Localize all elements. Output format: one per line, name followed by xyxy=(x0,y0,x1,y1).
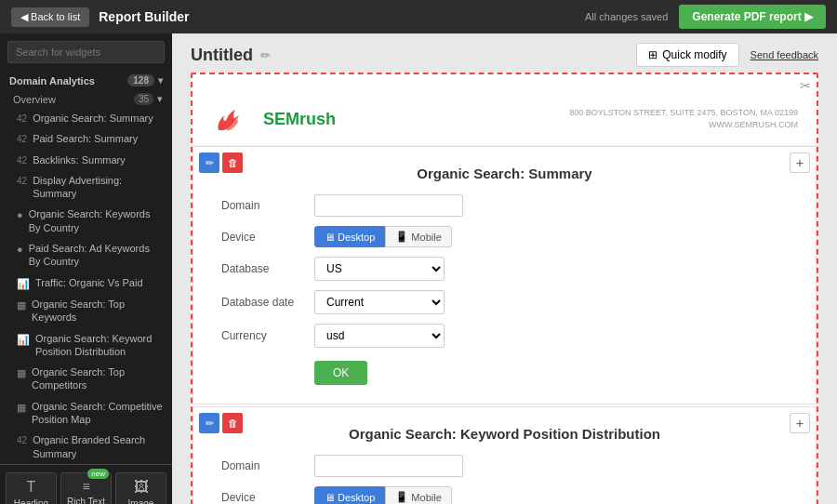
widget-2-content: Organic Search: Keyword Position Distrib… xyxy=(193,407,816,504)
widget-2-domain-label: Domain xyxy=(221,459,314,472)
widget-1-toolbar: ✏ 🗑 xyxy=(199,153,243,173)
widget-2-edit-button[interactable]: ✏ xyxy=(199,413,219,433)
app-title: Report Builder xyxy=(99,9,189,24)
mobile-icon-2: 📱 xyxy=(395,491,408,503)
sidebar-item-organic-top-keywords[interactable]: ▦ Organic Search: Top Keywords xyxy=(0,294,172,328)
edit-title-icon[interactable]: ✏ xyxy=(260,48,271,62)
topbar-left: ◀ Back to list Report Builder xyxy=(11,7,189,27)
widget-1-dbdate-select[interactable]: Current xyxy=(314,290,445,314)
rich-text-icon: ≡ xyxy=(82,479,89,494)
semrush-logo: SEMrush xyxy=(211,106,336,132)
quick-modify-button[interactable]: ⊞ Quick modify xyxy=(636,43,738,67)
widget-2-title: Organic Search: Keyword Position Distrib… xyxy=(221,426,788,442)
widget-1-delete-button[interactable]: 🗑 xyxy=(222,153,243,173)
quick-modify-icon: ⊞ xyxy=(648,48,658,61)
heading-icon: T xyxy=(27,479,36,496)
widget-2-device-label: Device xyxy=(221,491,314,504)
sidebar: Domain Analytics 128 ▾ Overview 35 ▾ 42 … xyxy=(0,33,172,504)
sidebar-item-branded-search-summary[interactable]: 42 Organic Branded Search Summary xyxy=(0,430,172,464)
widget-1-device-label: Device xyxy=(221,231,314,244)
widget-1-currency-row: Currency usd xyxy=(221,324,788,348)
widget-1-currency-label: Currency xyxy=(221,329,314,342)
widget-2-domain-row: Domain xyxy=(221,455,788,477)
widget-1-device-group: 🖥 Desktop 📱 Mobile xyxy=(314,226,452,247)
widget-1-mobile-btn[interactable]: 📱 Mobile xyxy=(385,226,451,247)
sidebar-item-top-competitors[interactable]: ▦ Organic Search: Top Competitors xyxy=(0,362,172,396)
sidebar-item-traffic-organic-vs-paid[interactable]: 📊 Traffic: Organic Vs Paid xyxy=(0,272,172,294)
search-widgets-input[interactable] xyxy=(7,41,165,63)
widget-1-database-row: Database US xyxy=(221,257,788,281)
widget-1-edit-button[interactable]: ✏ xyxy=(199,153,219,173)
scissors-icon: ✂ xyxy=(800,78,811,93)
widget-1-desktop-btn[interactable]: 🖥 Desktop xyxy=(314,226,385,247)
widget-1-database-label: Database xyxy=(221,262,314,275)
sidebar-item-keyword-position-dist[interactable]: 📊 Organic Search: Keyword Position Distr… xyxy=(0,328,172,363)
scissors-area: ✂ xyxy=(193,74,817,93)
widget-1-content: Organic Search: Summary Domain Device 🖥 … xyxy=(193,147,816,404)
send-feedback-link[interactable]: Send feedback xyxy=(751,49,818,60)
sidebar-widget-types: T Heading new ≡ Rich Text 🖼 Image ⊟ 2 Co… xyxy=(0,464,172,504)
widget-1-dbdate-row: Database date Current xyxy=(221,290,788,314)
company-info: 800 BOYLSTON STREET, SUITE 2475, BOSTON,… xyxy=(569,107,798,132)
desktop-icon-2: 🖥 xyxy=(325,492,335,503)
sidebar-item-organic-search-summary[interactable]: 42 Organic Search: Summary xyxy=(0,108,172,128)
widget-2-desktop-btn[interactable]: 🖥 Desktop xyxy=(314,486,385,504)
report-canvas: ✂ SEMrush 800 BOYLSTON STREET, SUITE 247… xyxy=(191,73,818,504)
widget-type-image[interactable]: 🖼 Image xyxy=(115,472,166,504)
semrush-flame-svg xyxy=(211,106,258,132)
widget-type-heading[interactable]: T Heading xyxy=(6,472,57,504)
widget-2-toolbar: ✏ 🗑 xyxy=(199,413,243,433)
widget-keyword-position-dist: ✏ 🗑 + Organic Search: Keyword Position D… xyxy=(193,406,817,504)
sidebar-item-paid-search-summary[interactable]: 42 Paid Search: Summary xyxy=(0,128,172,149)
sidebar-item-competitive-position-map[interactable]: ▦ Organic Search: Competitive Position M… xyxy=(0,396,172,431)
widget-2-delete-button[interactable]: 🗑 xyxy=(222,413,243,433)
sidebar-item-display-advertising[interactable]: 42 Display Advertising: Summary xyxy=(0,170,172,205)
report-title-left: Untitled ✏ xyxy=(191,46,271,65)
topbar: ◀ Back to list Report Builder All change… xyxy=(0,0,837,33)
widget-1-database-select[interactable]: US xyxy=(314,257,445,281)
widget-2-domain-input[interactable] xyxy=(314,455,463,477)
report-logo-area: SEMrush 800 BOYLSTON STREET, SUITE 2475,… xyxy=(193,93,817,146)
widget-1-domain-row: Domain xyxy=(221,194,788,217)
back-to-list-button[interactable]: ◀ Back to list xyxy=(11,7,89,27)
content-area: Untitled ✏ ⊞ Quick modify Send feedback … xyxy=(172,33,837,504)
sidebar-item-paid-search-ad-keywords[interactable]: ● Paid Search: Ad Keywords By Country xyxy=(0,238,172,272)
sidebar-section-domain-analytics[interactable]: Domain Analytics 128 ▾ xyxy=(0,71,172,90)
widget-1-domain-label: Domain xyxy=(221,199,314,212)
sidebar-item-backlinks-summary[interactable]: 42 Backlinks: Summary xyxy=(0,150,172,170)
widget-1-title: Organic Search: Summary xyxy=(221,166,788,181)
main-layout: Domain Analytics 128 ▾ Overview 35 ▾ 42 … xyxy=(0,33,837,504)
desktop-icon: 🖥 xyxy=(325,232,335,243)
image-icon: 🖼 xyxy=(134,479,149,496)
sidebar-subsection-overview[interactable]: Overview 35 ▾ xyxy=(0,90,172,108)
widget-1-currency-select[interactable]: usd xyxy=(314,324,445,348)
report-title: Untitled xyxy=(191,46,253,65)
mobile-icon: 📱 xyxy=(395,231,408,243)
widget-1-dbdate-label: Database date xyxy=(221,296,314,309)
widget-2-add-button[interactable]: + xyxy=(790,413,810,433)
widget-1-add-button[interactable]: + xyxy=(790,153,810,173)
widget-2-device-group: 🖥 Desktop 📱 Mobile xyxy=(314,486,452,504)
autosave-status: All changes saved xyxy=(585,11,668,22)
widget-1-device-row: Device 🖥 Desktop 📱 Mobile xyxy=(221,226,788,247)
widget-2-mobile-btn[interactable]: 📱 Mobile xyxy=(385,486,451,504)
widget-1-domain-input[interactable] xyxy=(314,194,463,217)
widget-type-rich-text[interactable]: new ≡ Rich Text xyxy=(60,472,112,504)
topbar-right: All changes saved Generate PDF report ▶ xyxy=(585,5,826,29)
widget-1-ok-button[interactable]: OK xyxy=(314,361,367,385)
widget-organic-search-summary: ✏ 🗑 + Organic Search: Summary Domain Dev… xyxy=(193,146,817,405)
generate-pdf-button[interactable]: Generate PDF report ▶ xyxy=(679,5,826,29)
brand-name: SEMrush xyxy=(263,110,336,129)
report-titlebar: Untitled ✏ ⊞ Quick modify Send feedback xyxy=(172,33,837,73)
sidebar-item-organic-keywords-by-country[interactable]: ● Organic Search: Keywords By Country xyxy=(0,204,172,238)
widget-2-device-row: Device 🖥 Desktop 📱 Mobile xyxy=(221,486,788,504)
